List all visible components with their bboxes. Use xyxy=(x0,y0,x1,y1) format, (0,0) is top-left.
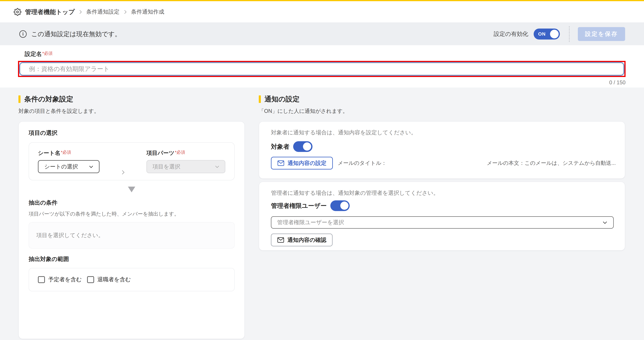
flow-down-triangle-icon xyxy=(128,186,135,192)
admin-user-select[interactable]: 管理者権限ユーザーを選択 xyxy=(271,216,614,228)
extract-condition-empty-box: 項目を選択してください。 xyxy=(29,222,234,248)
notification-content-confirm-button[interactable]: 通知内容の確認 xyxy=(271,234,332,246)
condition-target-section: 条件の対象設定 対象の項目と条件を設定します。 項目の選択 シート名*必須 シー… xyxy=(18,91,245,339)
condition-card: 項目の選択 シート名*必須 シートの選択 xyxy=(18,121,245,339)
admin-toggle-label: 管理者権限ユーザー xyxy=(271,202,327,210)
target-toggle[interactable] xyxy=(293,141,312,152)
notification-section-title: 通知の設定 xyxy=(264,94,300,104)
sheet-select[interactable]: シートの選択 xyxy=(38,160,100,173)
admin-card-description: 管理者に通知する場合は、通知対象の管理者を選択してください。 xyxy=(271,190,614,197)
item-part-field: 項目パーツ*必須 項目を選択 xyxy=(146,150,226,180)
item-part-label: 項目パーツ xyxy=(146,150,174,156)
breadcrumb: 管理者機能トップ 条件通知設定 条件通知作成 xyxy=(0,1,644,22)
breadcrumb-item-condition-create: 条件通知作成 xyxy=(131,8,164,16)
toggle-knob xyxy=(550,30,559,38)
section-accent-bar xyxy=(18,96,20,103)
banner-message: この通知設定は現在無効です。 xyxy=(31,30,121,38)
annotation-highlight-box xyxy=(18,61,626,77)
char-counter: 0 / 150 xyxy=(18,80,626,86)
extract-scope-box: 予定者を含む 退職者を含む xyxy=(29,268,234,292)
breadcrumb-item-admin-top[interactable]: 管理者機能トップ xyxy=(25,8,75,16)
target-notification-card: 対象者に通知する場合は、通知内容を設定してください。 対象者 通知内容の設定 メ… xyxy=(259,121,625,179)
notification-content-settings-button[interactable]: 通知内容の設定 xyxy=(271,157,333,170)
enable-setting-label: 設定の有効化 xyxy=(494,30,528,38)
section-accent-bar xyxy=(259,96,261,103)
condition-section-title: 条件の対象設定 xyxy=(24,94,73,104)
include-retired-label: 退職者を含む xyxy=(97,276,131,283)
toggle-on-text: ON xyxy=(538,31,546,37)
include-planned-checkbox[interactable] xyxy=(38,276,45,283)
chevron-down-icon xyxy=(214,164,220,170)
required-badge: *必須 xyxy=(175,150,185,154)
admin-notification-create-page: 管理者機能トップ 条件通知設定 条件通知作成 i この通知設定は現在無効です。 … xyxy=(0,0,644,340)
toggle-knob xyxy=(303,142,311,150)
include-planned-label: 予定者を含む xyxy=(48,276,82,283)
item-part-select[interactable]: 項目を選択 xyxy=(146,160,226,173)
mail-icon xyxy=(277,237,284,243)
admin-toggle[interactable] xyxy=(330,200,350,211)
setting-name-block: 設定名*必須 0 / 150 xyxy=(0,45,644,88)
setting-name-label: 設定名 xyxy=(24,51,42,57)
save-settings-button[interactable]: 設定を保存 xyxy=(578,27,625,41)
target-card-description: 対象者に通知する場合は、通知内容を設定してください。 xyxy=(271,129,616,136)
required-badge: *必須 xyxy=(42,51,52,56)
setting-name-input[interactable] xyxy=(20,63,624,75)
chevron-down-icon xyxy=(602,220,608,226)
enable-setting-toggle[interactable]: ON xyxy=(534,28,560,40)
chevron-down-icon xyxy=(88,164,94,170)
condition-section-subtitle: 対象の項目と条件を設定します。 xyxy=(18,108,245,115)
empty-message: 項目を選択してください。 xyxy=(36,232,104,239)
extract-scope-title: 抽出対象の範囲 xyxy=(29,255,234,263)
include-retired-checkbox[interactable] xyxy=(87,276,94,283)
target-toggle-label: 対象者 xyxy=(271,142,289,151)
gear-icon xyxy=(14,8,21,16)
extract-condition-title: 抽出の条件 xyxy=(29,199,234,207)
sheet-name-label: シート名 xyxy=(38,150,60,156)
toggle-knob xyxy=(340,202,348,210)
mail-icon xyxy=(277,160,284,166)
info-icon: i xyxy=(19,30,27,38)
status-banner: i この通知設定は現在無効です。 設定の有効化 ON 設定を保存 xyxy=(0,22,644,45)
mail-title-text: メールのタイトル： xyxy=(338,160,387,167)
notification-section-subtitle: 「ON」にした人に通知がされます。 xyxy=(259,108,625,115)
chevron-right-icon xyxy=(122,9,128,15)
sheet-field: シート名*必須 シートの選択 xyxy=(38,150,100,180)
breadcrumb-item-condition-settings[interactable]: 条件通知設定 xyxy=(86,8,120,16)
notification-section: 通知の設定 「ON」にした人に通知がされます。 対象者に通知する場合は、通知内容… xyxy=(259,91,625,250)
top-accent-line xyxy=(0,0,644,1)
vertical-divider xyxy=(569,26,570,42)
chevron-right-icon xyxy=(120,169,126,177)
mail-body-text: メールの本文：このメールは、システムから自動送... xyxy=(487,160,616,167)
chevron-right-icon xyxy=(78,9,83,15)
admin-notification-card: 管理者に通知する場合は、通知対象の管理者を選択してください。 管理者権限ユーザー… xyxy=(259,182,625,250)
extract-condition-description: 項目パーツが以下の条件を満たした時、メンバーを抽出します。 xyxy=(29,210,234,217)
required-badge: *必須 xyxy=(61,150,71,154)
item-select-box: シート名*必須 シートの選択 項目パーツ*必須 xyxy=(29,142,234,180)
item-select-title: 項目の選択 xyxy=(29,129,234,137)
focus-ring xyxy=(19,62,624,76)
